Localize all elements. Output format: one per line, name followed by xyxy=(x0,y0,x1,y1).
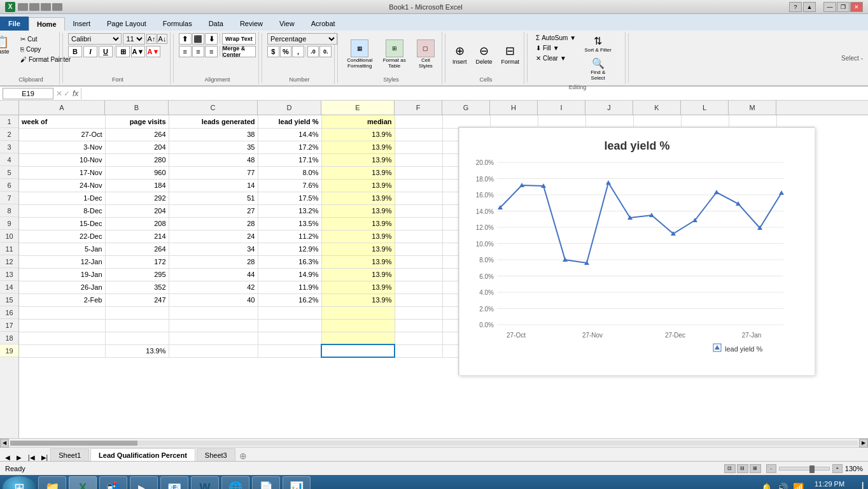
percent-btn[interactable]: % xyxy=(280,46,292,57)
col-header-h[interactable]: H xyxy=(490,101,538,115)
tab-formulas[interactable]: Formulas xyxy=(155,17,200,31)
cell-e8[interactable]: 13.9% xyxy=(321,204,395,217)
cell-b5[interactable]: 960 xyxy=(105,166,169,179)
cell-b11[interactable]: 264 xyxy=(105,243,169,255)
scroll-thumb[interactable] xyxy=(10,441,137,446)
show-desktop-btn[interactable]: ▕ xyxy=(855,482,863,490)
conditional-formatting-btn[interactable]: ▦ Conditional Formatting xyxy=(343,38,376,71)
col-header-f[interactable]: F xyxy=(395,101,442,115)
wrap-text-btn[interactable]: Wrap Text xyxy=(222,33,256,45)
cell-c16[interactable] xyxy=(169,306,258,319)
cell-d16[interactable] xyxy=(258,306,321,319)
cell-f6[interactable] xyxy=(395,179,442,192)
cell-c12[interactable]: 28 xyxy=(169,255,258,268)
cell-m1[interactable] xyxy=(729,115,776,128)
row-header-1[interactable]: 1 xyxy=(0,115,18,128)
fill-color-btn[interactable]: A▼ xyxy=(131,46,145,57)
cancel-formula-icon[interactable]: ✕ xyxy=(56,89,62,98)
cell-a15[interactable]: 2-Feb xyxy=(19,294,105,306)
row-header-15[interactable]: 15 xyxy=(0,294,18,306)
add-sheet-btn[interactable]: ⊕ xyxy=(237,451,249,461)
cell-b18[interactable] xyxy=(105,332,169,344)
cell-b3[interactable]: 204 xyxy=(105,141,169,153)
row-header-17[interactable]: 17 xyxy=(0,319,18,332)
currency-btn[interactable]: $ xyxy=(267,46,279,57)
cell-d7[interactable]: 17.5% xyxy=(258,192,321,204)
cell-a4[interactable]: 10-Nov xyxy=(19,153,105,166)
cell-f1[interactable] xyxy=(395,115,442,128)
col-header-e[interactable]: E xyxy=(321,101,395,115)
cell-b16[interactable] xyxy=(105,306,169,319)
cell-a12[interactable]: 12-Jan xyxy=(19,255,105,268)
col-header-k[interactable]: K xyxy=(633,101,681,115)
chart-container[interactable]: lead yield % xyxy=(458,127,815,375)
cell-f17[interactable] xyxy=(395,319,442,332)
increase-decimal-btn[interactable]: .0 xyxy=(307,46,319,57)
cell-f8[interactable] xyxy=(395,204,442,217)
cell-a6[interactable]: 24-Nov xyxy=(19,179,105,192)
cell-d2[interactable]: 14.4% xyxy=(258,128,321,141)
row-header-3[interactable]: 3 xyxy=(0,141,18,153)
cell-c6[interactable]: 14 xyxy=(169,179,258,192)
cell-e7[interactable]: 13.9% xyxy=(321,192,395,204)
insert-btn[interactable]: ⊕ Insert xyxy=(449,42,470,67)
cell-d3[interactable]: 17.2% xyxy=(258,141,321,153)
cell-c2[interactable]: 38 xyxy=(169,128,258,141)
col-header-b[interactable]: B xyxy=(105,101,169,115)
row-header-18[interactable]: 18 xyxy=(0,332,18,344)
normal-view-btn[interactable]: ⊡ xyxy=(724,464,736,473)
underline-button[interactable]: U xyxy=(99,46,113,57)
taskbar-app-word[interactable]: W xyxy=(191,476,219,489)
cell-b17[interactable] xyxy=(105,319,169,332)
col-header-m[interactable]: M xyxy=(729,101,776,115)
row-header-12[interactable]: 12 xyxy=(0,255,18,268)
cell-a1[interactable]: week of xyxy=(19,115,105,128)
cell-d6[interactable]: 7.6% xyxy=(258,179,321,192)
cell-e6[interactable]: 13.9% xyxy=(321,179,395,192)
format-btn[interactable]: ⊟ Format xyxy=(498,42,523,67)
scroll-tabs-last[interactable]: ▶| xyxy=(39,454,51,461)
cell-c10[interactable]: 24 xyxy=(169,230,258,243)
tab-data[interactable]: Data xyxy=(200,17,232,31)
taskbar-app-chrome[interactable]: 🌐 xyxy=(221,476,249,489)
tab-home[interactable]: Home xyxy=(29,17,65,31)
cell-f16[interactable] xyxy=(395,306,442,319)
find-select-btn[interactable]: 🔍 Find & Select xyxy=(580,55,615,83)
tab-file[interactable]: File xyxy=(0,17,29,31)
cell-b12[interactable]: 172 xyxy=(105,255,169,268)
cell-d4[interactable]: 17.1% xyxy=(258,153,321,166)
cell-a18[interactable] xyxy=(19,332,105,344)
col-header-j[interactable]: J xyxy=(585,101,633,115)
align-middle-btn[interactable]: ⬛ xyxy=(192,33,205,45)
tab-acrobat[interactable]: Acrobat xyxy=(303,17,344,31)
page-break-view-btn[interactable]: ⊞ xyxy=(750,464,761,473)
cell-a16[interactable] xyxy=(19,306,105,319)
cell-a2[interactable]: 27-Oct xyxy=(19,128,105,141)
cell-b7[interactable]: 292 xyxy=(105,192,169,204)
cell-h1[interactable] xyxy=(490,115,538,128)
col-header-d[interactable]: D xyxy=(258,101,321,115)
horizontal-scrollbar[interactable]: ◀ ▶ xyxy=(0,438,868,447)
row-header-13[interactable]: 13 xyxy=(0,268,18,281)
tab-review[interactable]: Review xyxy=(232,17,271,31)
cell-l1[interactable] xyxy=(681,115,729,128)
taskbar-app-other[interactable]: 📊 xyxy=(283,476,311,489)
zoom-out-btn[interactable]: - xyxy=(766,464,776,473)
enter-formula-icon[interactable]: ✓ xyxy=(64,89,70,98)
col-header-c[interactable]: C xyxy=(169,101,258,115)
cell-b9[interactable]: 208 xyxy=(105,217,169,230)
scroll-tabs-first[interactable]: |◀ xyxy=(25,454,38,461)
cell-d8[interactable]: 13.2% xyxy=(258,204,321,217)
cell-d18[interactable] xyxy=(258,332,321,344)
row-header-19[interactable]: 19 xyxy=(0,344,18,357)
row-header-6[interactable]: 6 xyxy=(0,179,18,192)
decrease-decimal-btn[interactable]: 0. xyxy=(319,46,332,57)
col-header-g[interactable]: G xyxy=(442,101,490,115)
zoom-thumb[interactable] xyxy=(809,465,815,473)
cell-c17[interactable] xyxy=(169,319,258,332)
help-btn[interactable]: ? xyxy=(789,2,802,12)
cell-a13[interactable]: 19-Jan xyxy=(19,268,105,281)
cell-b6[interactable]: 184 xyxy=(105,179,169,192)
cell-a7[interactable]: 1-Dec xyxy=(19,192,105,204)
cell-e19[interactable] xyxy=(321,344,395,357)
